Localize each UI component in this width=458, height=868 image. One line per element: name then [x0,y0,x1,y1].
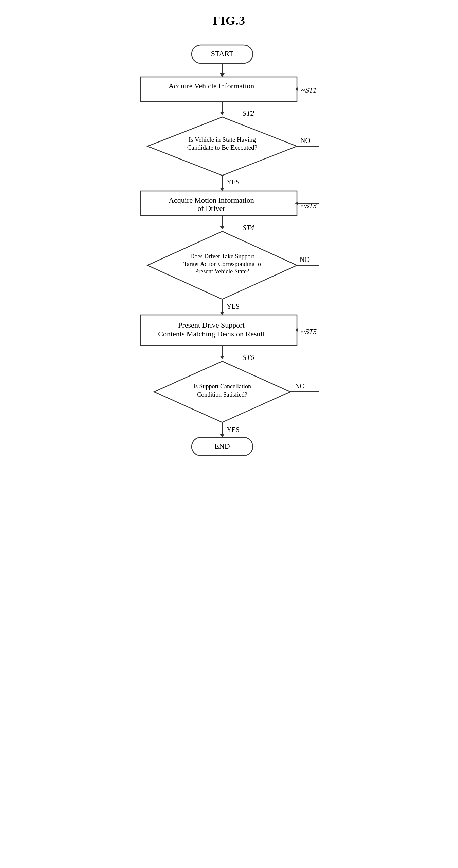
svg-marker-2 [220,73,225,77]
svg-marker-28 [220,434,225,437]
st4-no: NO [300,256,310,263]
svg-marker-8 [220,188,225,191]
st6-no: NO [295,382,305,390]
st4-text-line3: Present Vehicle State? [195,268,249,275]
st1-text: Acquire Vehicle Information [169,82,254,90]
svg-marker-18 [220,312,225,315]
st6-text-line2: Condition Satisfied? [197,391,247,398]
st4-yes: YES [227,303,240,310]
figure-title: FIG.3 [114,14,344,28]
st6-label: ST6 [243,353,254,362]
flowchart-diagram: START Acquire Vehicle Information ~ST1 S… [124,38,334,467]
st6-yes: YES [227,426,240,433]
st5-text-line1: Present Drive Support [178,321,245,329]
st2-no: NO [300,137,310,144]
st3-text-line2: of Driver [197,204,225,213]
st2-yes: YES [227,178,240,186]
st1-label: ~ST1 [301,86,317,94]
st5-label: ~ST5 [301,327,317,336]
svg-marker-15 [220,226,225,229]
svg-marker-25 [220,356,225,359]
start-label: START [211,49,234,58]
st3-label: ~ST3 [301,201,317,210]
st4-text-line2: Target Action Corresponding to [183,261,261,267]
st4-label: ST4 [243,223,254,232]
st2-text-line2: Candidate to Be Executed? [187,144,257,151]
end-label: END [214,442,230,450]
svg-marker-5 [220,112,225,115]
st3-text-line1: Acquire Motion Information [169,196,254,204]
st5-text-line2: Contents Matching Decision Result [158,330,264,338]
st2-label: ST2 [243,109,254,117]
st6-text-line1: Is Support Cancellation [193,383,251,390]
st2-text-line1: Is Vehicle in State Having [189,136,256,143]
st4-text-line1: Does Driver Take Support [190,253,254,260]
